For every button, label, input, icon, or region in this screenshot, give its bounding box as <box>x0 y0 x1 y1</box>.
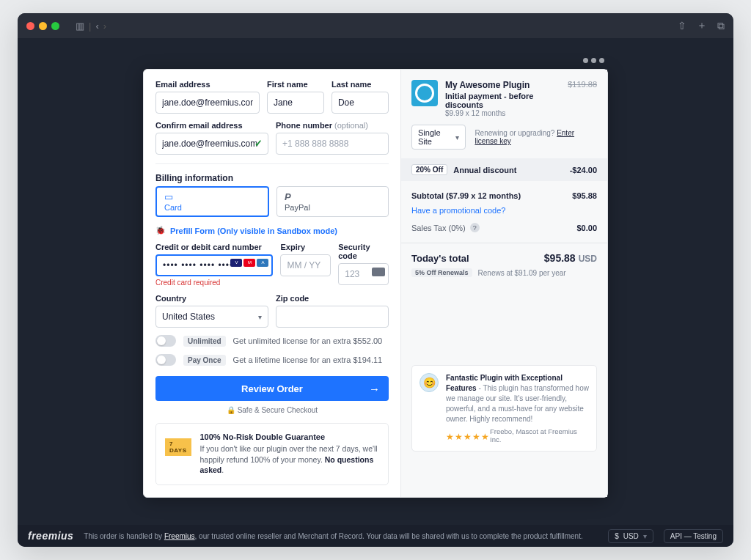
discount-label: Annual discount <box>453 166 563 174</box>
share-icon[interactable]: ⇧ <box>678 20 686 32</box>
confirm-email-label: Confirm email address <box>155 121 268 130</box>
initial-strike-price: $119.88 <box>568 80 597 89</box>
guarantee-box: 7 DAYS 100% No-Risk Double Guarantee If … <box>155 423 389 485</box>
total-label: Today's total <box>411 253 544 264</box>
sidebar-toggle-icon[interactable]: ▥ <box>76 21 84 32</box>
freemius-link[interactable]: Freemius <box>164 532 195 540</box>
payonce-pill: Pay Once <box>183 355 226 366</box>
prefill-sandbox-link[interactable]: 🐞 Prefill Form (Only visible in Sandbox … <box>155 226 337 235</box>
expiry-field[interactable] <box>280 254 331 276</box>
guarantee-body: If you don't like our plugin over the ne… <box>200 443 380 476</box>
expiry-label: Expiry <box>280 243 331 251</box>
card-number-label: Credit or debit card number <box>155 243 273 251</box>
api-mode-button[interactable]: API — Testing <box>664 529 723 543</box>
dollar-icon: $ <box>615 532 619 540</box>
brand-logo: freemius <box>28 530 73 542</box>
checkout-form: Email address First name Last name <box>144 70 400 497</box>
chevron-down-icon: ▾ <box>455 133 459 141</box>
chevron-down-icon: ▾ <box>258 313 262 321</box>
card-icon: ▭ <box>164 192 260 202</box>
merchant-disclosure: This order is handled by Freemius, our t… <box>84 532 582 540</box>
check-icon: ✓ <box>254 138 263 149</box>
phone-label: Phone number (optional) <box>276 121 389 130</box>
secure-checkout-note: 🔒 Safe & Secure Checkout <box>155 406 389 414</box>
payment-tab-card[interactable]: ▭ Card <box>155 186 269 217</box>
window-titlebar: ▥ | ‹ › ⇧ ＋ ⧉ <box>18 13 733 38</box>
last-name-field[interactable] <box>331 92 389 114</box>
testimonial-card: 😊 Fantastic Plugin with Exceptional Feat… <box>411 365 597 452</box>
footer-bar: freemius This order is handled by Freemi… <box>18 525 733 547</box>
checkout-modal: Email address First name Last name <box>143 69 608 498</box>
confirm-email-field[interactable] <box>155 133 268 155</box>
testimonial-byline: Freebo, Mascot at Freemius Inc. <box>490 427 589 443</box>
modal-traffic-lights <box>583 58 604 63</box>
discount-pct-badge: 20% Off <box>411 164 447 175</box>
tax-label: Sales Tax (0%) <box>411 224 466 232</box>
stage: Email address First name Last name <box>18 38 733 525</box>
discount-amount: -$24.00 <box>570 166 597 174</box>
payonce-toggle[interactable] <box>155 354 176 366</box>
bug-icon: 🐞 <box>155 226 166 235</box>
total-currency: USD <box>579 254 597 264</box>
card-error: Credit card required <box>155 279 273 287</box>
order-summary: My Awesome Plugin Initial payment - befo… <box>400 70 607 497</box>
billing-header: Billing information <box>155 173 389 183</box>
cvv-icon <box>372 268 385 276</box>
help-icon[interactable]: ? <box>470 223 480 232</box>
guarantee-title: 100% No-Risk Double Guarantee <box>200 432 380 441</box>
star-rating: ★★★★★ <box>446 432 490 442</box>
first-name-field[interactable] <box>267 92 324 114</box>
last-name-label: Last name <box>331 80 389 89</box>
payonce-text: Get a lifetime license for an extra $194… <box>233 355 383 364</box>
initial-payment-label: Initial payment - before discounts <box>445 92 560 109</box>
subtotal-label: Subtotal ($7.99 x 12 months) <box>411 191 521 200</box>
initial-payment-rate: $9.99 x 12 months <box>445 109 560 117</box>
new-tab-icon[interactable]: ＋ <box>697 19 707 32</box>
email-label: Email address <box>155 80 260 89</box>
renewal-note: Renews at $91.09 per year <box>478 269 566 277</box>
review-order-button[interactable]: Review Order → <box>155 376 389 401</box>
avatar: 😊 <box>420 373 439 392</box>
browser-window: ▥ | ‹ › ⇧ ＋ ⧉ Email address <box>18 13 733 547</box>
product-icon <box>411 80 438 106</box>
nav-forward-icon[interactable]: › <box>103 21 106 32</box>
zip-field[interactable] <box>276 306 389 328</box>
zip-label: Zip code <box>276 294 389 303</box>
unlimited-toggle[interactable] <box>155 335 176 347</box>
license-select[interactable]: Single Site ▾ <box>411 125 466 150</box>
tabs-icon[interactable]: ⧉ <box>717 20 725 32</box>
arrow-right-icon: → <box>369 383 380 395</box>
payment-tab-paypal[interactable]: P PayPal <box>276 186 389 217</box>
window-minimize-icon[interactable] <box>39 22 47 30</box>
testimonial-text: Fantastic Plugin with Exceptional Featur… <box>446 373 589 424</box>
country-select[interactable]: United States ▾ <box>155 306 268 328</box>
lock-icon: 🔒 <box>227 406 235 414</box>
cvv-label: Security code <box>338 243 389 260</box>
window-maximize-icon[interactable] <box>51 22 59 30</box>
country-label: Country <box>155 294 268 303</box>
guarantee-badge: 7 DAYS <box>165 432 191 462</box>
promo-code-link[interactable]: Have a promotional code? <box>411 206 505 215</box>
renewal-discount-badge: 5% Off Renewals <box>411 268 472 277</box>
subtotal-value: $95.88 <box>572 191 597 200</box>
product-name: My Awesome Plugin <box>445 80 560 90</box>
total-value: $95.88 <box>544 252 576 264</box>
phone-field[interactable] <box>276 133 389 155</box>
email-field[interactable] <box>155 92 260 114</box>
card-brand-icons: V M A <box>230 259 268 267</box>
nav-back-icon[interactable]: ‹ <box>95 21 98 32</box>
paypal-icon: P <box>285 192 381 202</box>
discount-row: 20% Off Annual discount -$24.00 <box>401 158 607 181</box>
chevron-down-icon: ▾ <box>643 532 647 540</box>
unlimited-text: Get unlimited license for an extra $552.… <box>233 336 383 345</box>
unlimited-pill: Unlimited <box>183 336 226 347</box>
tax-value: $0.00 <box>576 224 597 232</box>
first-name-label: First name <box>267 80 324 89</box>
currency-selector[interactable]: $ USD ▾ <box>608 529 653 543</box>
window-close-icon[interactable] <box>26 22 34 30</box>
renew-prompt: Renewing or upgrading? Enter license key <box>475 129 597 145</box>
